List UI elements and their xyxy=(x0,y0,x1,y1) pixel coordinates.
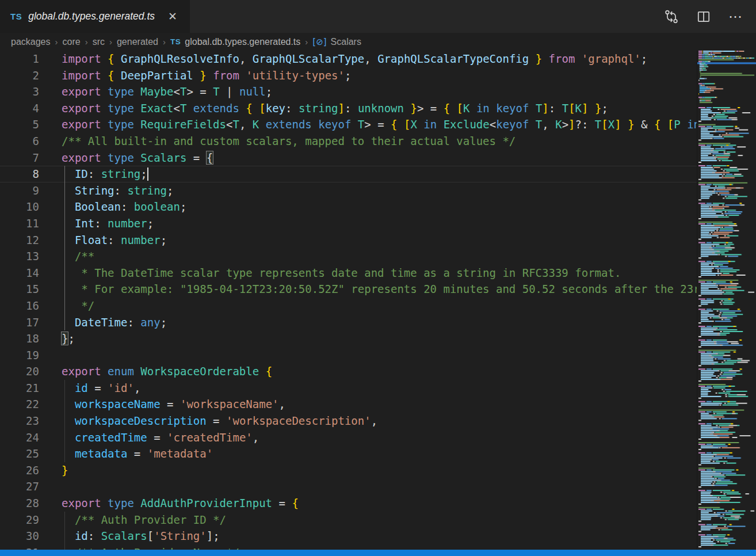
breadcrumb-label: src xyxy=(93,37,105,47)
vscode-window: TS global.db.types.generated.ts ✕ xyxy=(0,0,756,556)
line-number: 19 xyxy=(0,347,39,364)
code-line-4[interactable]: 4export type Exact<T extends { [key: str… xyxy=(0,100,697,117)
code-line-21[interactable]: 21 id = 'id', xyxy=(0,380,697,397)
line-number: 15 xyxy=(0,281,39,298)
code-line-1[interactable]: 1import { GraphQLResolveInfo, GraphQLSca… xyxy=(0,51,697,67)
line-number: 25 xyxy=(0,445,39,462)
code-line-24[interactable]: 24 createdTime = 'createdTime', xyxy=(0,429,697,446)
code-line-15[interactable]: 15 * For example: "1985-04-12T23:20:50.5… xyxy=(0,281,697,298)
line-number: 30 xyxy=(0,528,39,544)
code-line-19[interactable]: 19 xyxy=(0,347,697,364)
line-number: 4 xyxy=(0,100,39,117)
code-text: export type AddAuthProviderInput = { xyxy=(39,495,299,512)
breadcrumb-item-global-db-types-generated-ts[interactable]: TSglobal.db.types.generated.ts xyxy=(170,37,300,47)
code-text: import { DeepPartial } from 'utility-typ… xyxy=(39,67,351,84)
code-text: id: Scalars['String']; xyxy=(39,528,220,544)
code-text: }; xyxy=(39,330,75,347)
code-line-25[interactable]: 25 metadata = 'metadata' xyxy=(0,445,697,462)
line-number: 20 xyxy=(0,363,39,380)
tab-global-db-types-generated[interactable]: TS global.db.types.generated.ts ✕ xyxy=(0,0,190,33)
code-line-8[interactable]: 8 ID: string; xyxy=(0,166,697,182)
line-number: 26 xyxy=(0,462,39,479)
code-text: /** Auth Provider ID */ xyxy=(39,512,226,528)
code-text: * The DateTime scalar type represents da… xyxy=(39,265,621,281)
line-number: 27 xyxy=(0,478,39,495)
code-line-22[interactable]: 22 workspaceName = 'workspaceName', xyxy=(0,396,697,413)
split-editor-icon[interactable] xyxy=(696,9,711,24)
line-number: 5 xyxy=(0,116,39,133)
code-text: /** All built-in and custom scalars, map… xyxy=(39,133,516,150)
breadcrumb-label: Scalars xyxy=(331,37,361,47)
code-line-6[interactable]: 6/** All built-in and custom scalars, ma… xyxy=(0,133,697,150)
breadcrumb-label: global.db.types.generated.ts xyxy=(185,37,300,47)
line-number: 13 xyxy=(0,248,39,265)
code-editor[interactable]: 1import { GraphQLResolveInfo, GraphQLSca… xyxy=(0,51,697,556)
tab-title: global.db.types.generated.ts xyxy=(28,10,155,22)
code-line-12[interactable]: 12 Float: number; xyxy=(0,232,697,249)
code-text: /** xyxy=(39,248,94,265)
line-number: 6 xyxy=(0,133,39,150)
code-line-27[interactable]: 27 xyxy=(0,478,697,495)
breadcrumb-item-core[interactable]: core xyxy=(63,37,81,47)
code-line-11[interactable]: 11 Int: number; xyxy=(0,215,697,232)
open-changes-icon[interactable] xyxy=(664,9,679,24)
code-text: */ xyxy=(39,298,94,314)
line-number: 29 xyxy=(0,512,39,528)
line-number: 9 xyxy=(0,182,39,199)
code-text: export type RequireFields<T, K extends k… xyxy=(39,116,697,133)
close-tab-icon[interactable]: ✕ xyxy=(166,9,180,24)
code-line-13[interactable]: 13 /** xyxy=(0,248,697,265)
line-number: 7 xyxy=(0,150,39,166)
code-text xyxy=(39,347,62,364)
code-line-18[interactable]: 18}; xyxy=(0,330,697,347)
code-text: DateTime: any; xyxy=(39,314,167,331)
code-line-5[interactable]: 5export type RequireFields<T, K extends … xyxy=(0,116,697,133)
code-line-16[interactable]: 16 */ xyxy=(0,298,697,314)
code-line-26[interactable]: 26} xyxy=(0,462,697,479)
code-line-30[interactable]: 30 id: Scalars['String']; xyxy=(0,528,697,544)
code-text: ID: string; xyxy=(39,166,148,182)
code-text: createdTime = 'createdTime', xyxy=(39,429,259,446)
code-text: * For example: "1985-04-12T23:20:50.52Z"… xyxy=(39,281,697,298)
editor-actions: ⋯ xyxy=(664,0,756,33)
code-line-23[interactable]: 23 workspaceDescription = 'workspaceDesc… xyxy=(0,413,697,429)
line-number: 24 xyxy=(0,429,39,446)
code-text: export type Maybe<T> = T | null; xyxy=(39,83,272,100)
line-number: 14 xyxy=(0,265,39,281)
minimap[interactable] xyxy=(697,51,756,551)
code-text: } xyxy=(39,462,68,479)
line-number: 16 xyxy=(0,298,39,314)
breadcrumb-item-scalars[interactable]: [⊘]Scalars xyxy=(312,37,361,47)
code-line-3[interactable]: 3export type Maybe<T> = T | null; xyxy=(0,83,697,100)
breadcrumb-item-packages[interactable]: packages xyxy=(11,37,51,47)
breadcrumb-label: generated xyxy=(117,37,158,47)
code-text: export type Scalars = { xyxy=(39,150,213,166)
line-number: 3 xyxy=(0,83,39,100)
code-line-9[interactable]: 9 String: string; xyxy=(0,182,697,199)
more-actions-icon[interactable]: ⋯ xyxy=(728,10,742,24)
code-line-28[interactable]: 28export type AddAuthProviderInput = { xyxy=(0,495,697,512)
line-number: 11 xyxy=(0,215,39,232)
code-line-29[interactable]: 29 /** Auth Provider ID */ xyxy=(0,512,697,528)
code-line-7[interactable]: 7export type Scalars = { xyxy=(0,150,697,166)
typescript-icon: TS xyxy=(10,12,22,21)
line-number: 8 xyxy=(0,166,39,182)
line-number: 18 xyxy=(0,330,39,347)
code-text: workspaceName = 'workspaceName', xyxy=(39,396,285,413)
code-text: metadata = 'metadata' xyxy=(39,445,213,462)
breadcrumb-separator: › xyxy=(109,37,112,47)
code-line-14[interactable]: 14 * The DateTime scalar type represents… xyxy=(0,265,697,281)
breadcrumb-label: core xyxy=(63,37,81,47)
line-number: 22 xyxy=(0,396,39,413)
code-text: id = 'id', xyxy=(39,380,140,397)
breadcrumb: packages›core›src›generated›TSglobal.db.… xyxy=(0,33,756,51)
line-number: 28 xyxy=(0,495,39,512)
code-line-17[interactable]: 17 DateTime: any; xyxy=(0,314,697,331)
code-line-2[interactable]: 2import { DeepPartial } from 'utility-ty… xyxy=(0,67,697,84)
code-line-10[interactable]: 10 Boolean: boolean; xyxy=(0,199,697,215)
breadcrumb-separator: › xyxy=(163,37,166,47)
breadcrumb-item-src[interactable]: src xyxy=(93,37,105,47)
code-text: Int: number; xyxy=(39,215,154,232)
code-line-20[interactable]: 20export enum WorkspaceOrderable { xyxy=(0,363,697,380)
breadcrumb-item-generated[interactable]: generated xyxy=(117,37,158,47)
